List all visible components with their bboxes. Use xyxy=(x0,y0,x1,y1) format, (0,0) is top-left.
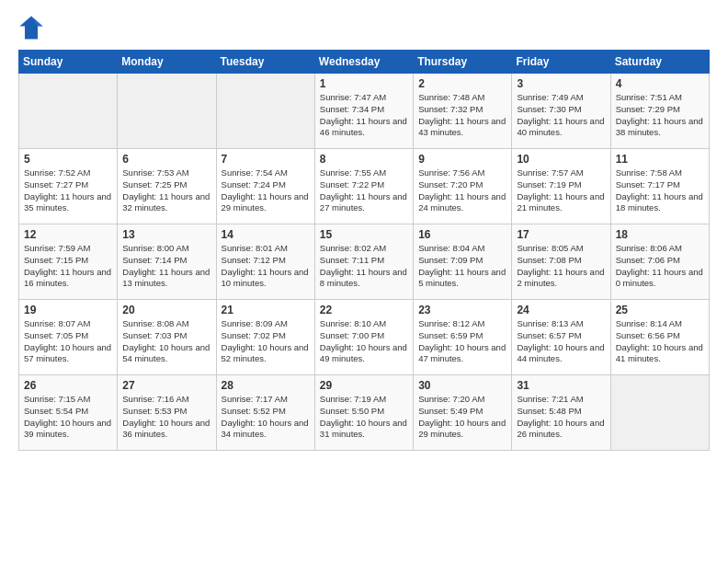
col-header-saturday: Saturday xyxy=(610,51,709,74)
day-cell: 1Sunrise: 7:47 AM Sunset: 7:34 PM Daylig… xyxy=(314,74,413,149)
day-info: Sunrise: 8:13 AM Sunset: 6:57 PM Dayligh… xyxy=(517,318,605,365)
day-cell: 28Sunrise: 7:17 AM Sunset: 5:52 PM Dayli… xyxy=(216,375,314,451)
day-cell: 11Sunrise: 7:58 AM Sunset: 7:17 PM Dayli… xyxy=(610,149,709,224)
day-cell: 24Sunrise: 8:13 AM Sunset: 6:57 PM Dayli… xyxy=(512,300,610,375)
week-row-4: 26Sunrise: 7:15 AM Sunset: 5:54 PM Dayli… xyxy=(19,375,710,451)
day-number: 16 xyxy=(418,228,506,241)
day-info: Sunrise: 7:53 AM Sunset: 7:25 PM Dayligh… xyxy=(122,167,210,214)
day-info: Sunrise: 7:51 AM Sunset: 7:29 PM Dayligh… xyxy=(616,92,704,139)
day-number: 20 xyxy=(122,304,210,316)
day-cell: 19Sunrise: 8:07 AM Sunset: 7:05 PM Dayli… xyxy=(19,300,118,375)
day-cell: 2Sunrise: 7:48 AM Sunset: 7:32 PM Daylig… xyxy=(414,74,512,149)
week-row-0: 1Sunrise: 7:47 AM Sunset: 7:34 PM Daylig… xyxy=(19,74,710,149)
day-cell xyxy=(216,74,314,149)
week-row-1: 5Sunrise: 7:52 AM Sunset: 7:27 PM Daylig… xyxy=(19,149,710,224)
day-number: 5 xyxy=(24,153,112,166)
day-info: Sunrise: 7:55 AM Sunset: 7:22 PM Dayligh… xyxy=(320,167,408,214)
day-info: Sunrise: 8:06 AM Sunset: 7:06 PM Dayligh… xyxy=(616,243,704,290)
day-number: 4 xyxy=(616,77,704,90)
day-number: 26 xyxy=(24,379,112,392)
day-cell: 4Sunrise: 7:51 AM Sunset: 7:29 PM Daylig… xyxy=(610,74,709,149)
calendar-table: SundayMondayTuesdayWednesdayThursdayFrid… xyxy=(18,50,710,451)
day-info: Sunrise: 7:17 AM Sunset: 5:52 PM Dayligh… xyxy=(222,394,310,441)
day-cell: 8Sunrise: 7:55 AM Sunset: 7:22 PM Daylig… xyxy=(314,149,413,224)
day-number: 9 xyxy=(418,153,506,166)
day-number: 3 xyxy=(517,77,605,90)
col-header-wednesday: Wednesday xyxy=(314,51,413,74)
day-cell: 14Sunrise: 8:01 AM Sunset: 7:12 PM Dayli… xyxy=(216,224,314,300)
logo xyxy=(18,15,48,40)
day-number: 30 xyxy=(418,379,506,392)
col-header-monday: Monday xyxy=(118,51,216,74)
day-number: 13 xyxy=(122,228,210,241)
day-cell: 5Sunrise: 7:52 AM Sunset: 7:27 PM Daylig… xyxy=(19,149,118,224)
day-cell: 6Sunrise: 7:53 AM Sunset: 7:25 PM Daylig… xyxy=(118,149,216,224)
day-cell: 26Sunrise: 7:15 AM Sunset: 5:54 PM Dayli… xyxy=(19,375,118,451)
day-cell: 25Sunrise: 8:14 AM Sunset: 6:56 PM Dayli… xyxy=(610,300,709,375)
day-info: Sunrise: 7:49 AM Sunset: 7:30 PM Dayligh… xyxy=(517,92,605,139)
week-row-3: 19Sunrise: 8:07 AM Sunset: 7:05 PM Dayli… xyxy=(19,300,710,375)
day-info: Sunrise: 8:10 AM Sunset: 7:00 PM Dayligh… xyxy=(320,318,408,365)
day-cell: 9Sunrise: 7:56 AM Sunset: 7:20 PM Daylig… xyxy=(414,149,512,224)
day-number: 28 xyxy=(222,379,310,392)
day-cell: 15Sunrise: 8:02 AM Sunset: 7:11 PM Dayli… xyxy=(314,224,413,300)
day-cell xyxy=(19,74,118,149)
day-number: 24 xyxy=(517,304,605,316)
day-number: 11 xyxy=(616,153,704,166)
day-cell: 29Sunrise: 7:19 AM Sunset: 5:50 PM Dayli… xyxy=(314,375,413,451)
col-header-friday: Friday xyxy=(512,51,610,74)
day-number: 19 xyxy=(24,304,112,316)
day-info: Sunrise: 7:56 AM Sunset: 7:20 PM Dayligh… xyxy=(418,167,506,214)
day-number: 18 xyxy=(616,228,704,241)
day-info: Sunrise: 7:20 AM Sunset: 5:49 PM Dayligh… xyxy=(418,394,506,441)
day-info: Sunrise: 7:57 AM Sunset: 7:19 PM Dayligh… xyxy=(517,167,605,214)
day-info: Sunrise: 8:02 AM Sunset: 7:11 PM Dayligh… xyxy=(320,243,408,290)
day-info: Sunrise: 8:14 AM Sunset: 6:56 PM Dayligh… xyxy=(616,318,704,365)
logo-icon xyxy=(18,15,44,40)
day-info: Sunrise: 7:16 AM Sunset: 5:53 PM Dayligh… xyxy=(122,394,210,441)
day-info: Sunrise: 8:08 AM Sunset: 7:03 PM Dayligh… xyxy=(122,318,210,365)
col-header-sunday: Sunday xyxy=(19,51,118,74)
day-cell: 18Sunrise: 8:06 AM Sunset: 7:06 PM Dayli… xyxy=(610,224,709,300)
day-cell: 21Sunrise: 8:09 AM Sunset: 7:02 PM Dayli… xyxy=(216,300,314,375)
day-info: Sunrise: 8:00 AM Sunset: 7:14 PM Dayligh… xyxy=(122,243,210,290)
day-cell: 23Sunrise: 8:12 AM Sunset: 6:59 PM Dayli… xyxy=(414,300,512,375)
col-header-tuesday: Tuesday xyxy=(216,51,314,74)
day-cell xyxy=(118,74,216,149)
col-header-thursday: Thursday xyxy=(414,51,512,74)
day-number: 25 xyxy=(616,304,704,316)
day-number: 1 xyxy=(320,77,408,90)
header-row: SundayMondayTuesdayWednesdayThursdayFrid… xyxy=(19,51,710,74)
day-cell: 12Sunrise: 7:59 AM Sunset: 7:15 PM Dayli… xyxy=(19,224,118,300)
day-number: 12 xyxy=(24,228,112,241)
day-number: 7 xyxy=(222,153,310,166)
day-cell: 20Sunrise: 8:08 AM Sunset: 7:03 PM Dayli… xyxy=(118,300,216,375)
day-cell: 13Sunrise: 8:00 AM Sunset: 7:14 PM Dayli… xyxy=(118,224,216,300)
day-info: Sunrise: 8:01 AM Sunset: 7:12 PM Dayligh… xyxy=(222,243,310,290)
day-info: Sunrise: 7:15 AM Sunset: 5:54 PM Dayligh… xyxy=(24,394,112,441)
day-cell xyxy=(610,375,709,451)
day-cell: 10Sunrise: 7:57 AM Sunset: 7:19 PM Dayli… xyxy=(512,149,610,224)
svg-marker-0 xyxy=(19,16,42,39)
day-info: Sunrise: 7:47 AM Sunset: 7:34 PM Dayligh… xyxy=(320,92,408,139)
day-number: 6 xyxy=(122,153,210,166)
day-info: Sunrise: 7:21 AM Sunset: 5:48 PM Dayligh… xyxy=(517,394,605,441)
day-info: Sunrise: 7:52 AM Sunset: 7:27 PM Dayligh… xyxy=(24,167,112,214)
day-cell: 22Sunrise: 8:10 AM Sunset: 7:00 PM Dayli… xyxy=(314,300,413,375)
day-number: 31 xyxy=(517,379,605,392)
day-cell: 7Sunrise: 7:54 AM Sunset: 7:24 PM Daylig… xyxy=(216,149,314,224)
header xyxy=(18,15,710,40)
day-info: Sunrise: 8:07 AM Sunset: 7:05 PM Dayligh… xyxy=(24,318,112,365)
day-info: Sunrise: 7:59 AM Sunset: 7:15 PM Dayligh… xyxy=(24,243,112,290)
day-number: 10 xyxy=(517,153,605,166)
day-cell: 27Sunrise: 7:16 AM Sunset: 5:53 PM Dayli… xyxy=(118,375,216,451)
day-info: Sunrise: 7:48 AM Sunset: 7:32 PM Dayligh… xyxy=(418,92,506,139)
day-cell: 3Sunrise: 7:49 AM Sunset: 7:30 PM Daylig… xyxy=(512,74,610,149)
day-number: 27 xyxy=(122,379,210,392)
day-info: Sunrise: 8:09 AM Sunset: 7:02 PM Dayligh… xyxy=(222,318,310,365)
day-info: Sunrise: 8:12 AM Sunset: 6:59 PM Dayligh… xyxy=(418,318,506,365)
day-cell: 17Sunrise: 8:05 AM Sunset: 7:08 PM Dayli… xyxy=(512,224,610,300)
week-row-2: 12Sunrise: 7:59 AM Sunset: 7:15 PM Dayli… xyxy=(19,224,710,300)
day-number: 15 xyxy=(320,228,408,241)
page-container: SundayMondayTuesdayWednesdayThursdayFrid… xyxy=(0,0,728,563)
